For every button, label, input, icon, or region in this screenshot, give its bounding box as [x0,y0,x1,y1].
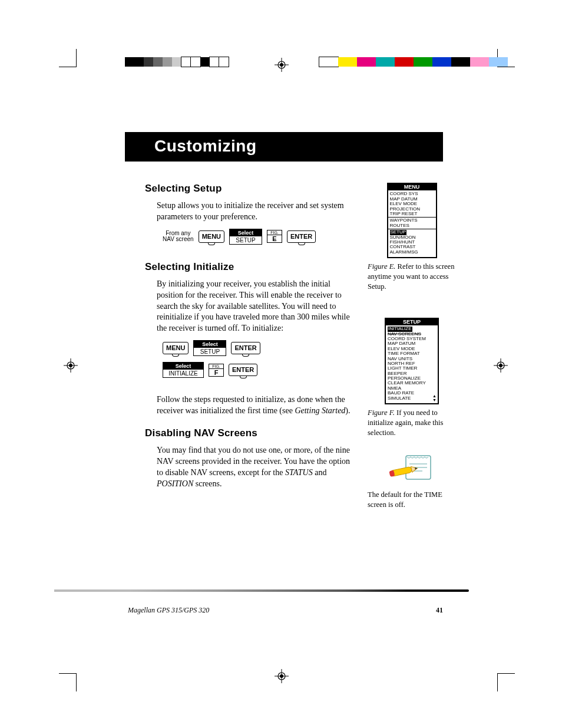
figure-caption: Figure E. Refer to this screen anytime y… [368,262,456,292]
print-colorbar [319,57,508,67]
heading-selecting-setup: Selecting Setup [145,183,351,195]
enter-button-icon: ENTER [287,230,316,243]
enter-button-icon: ENTER [231,342,260,354]
registration-mark-icon [64,358,78,373]
divider-gradient [54,589,469,592]
body-text: Setup allows you to initialize the recei… [157,200,351,223]
heading-disabling-nav: Disabling NAV Screens [145,427,351,439]
device-screen-menu: MENU COORD SYSMAP DATUMELEV MODEPROJECTI… [387,183,437,258]
sidebar: MENU COORD SYSMAP DATUMELEV MODEPROJECTI… [368,183,456,523]
page-title: Customizing [125,132,443,162]
main-column: Selecting Setup Setup allows you to init… [127,183,351,523]
figure-ref: FIG. E [267,230,282,243]
menu-button-icon: MENU [163,342,189,354]
step-sequence: MENU Select SETUP ENTER Select INITIALIZ… [163,340,351,378]
select-box: Select INITIALIZE [163,362,204,378]
step-note: From any NAV screen [163,230,194,243]
step-sequence: From any NAV screen MENU Select SETUP FI… [163,229,351,245]
select-box: Select SETUP [229,229,262,245]
footer-page-number: 41 [436,606,443,615]
select-box: Select SETUP [193,340,226,356]
enter-button-icon: ENTER [229,364,257,376]
device-screen-setup: SETUP INITIALIZENAV SCREENSCOORD SYSTEMM… [385,318,439,404]
body-text: By initializing your receiver, you estab… [157,279,351,334]
body-text: You may find that you do not use one, or… [157,445,351,490]
body-text: Follow the steps requested to initialize… [157,394,351,417]
menu-button-icon: MENU [199,230,224,243]
figure-caption: Figure F. If you need to initialize agai… [368,408,456,438]
heading-selecting-initialize: Selecting Initialize [145,261,351,273]
page-content: Customizing Selecting Setup Setup allows… [127,132,463,523]
note-text: The default for the TIME screen is off. [368,490,456,510]
registration-mark-icon [275,58,289,72]
print-colorbar [125,57,229,67]
figure-ref: FIG. F [209,364,224,377]
registration-mark-icon [275,669,289,683]
page-footer: Magellan GPS 315/GPS 320 41 [128,606,455,615]
pencil-note-icon [388,452,435,485]
scroll-arrows-icon: ▲▼ [432,394,437,402]
footer-model: Magellan GPS 315/GPS 320 [128,606,209,615]
registration-mark-icon [494,358,508,373]
